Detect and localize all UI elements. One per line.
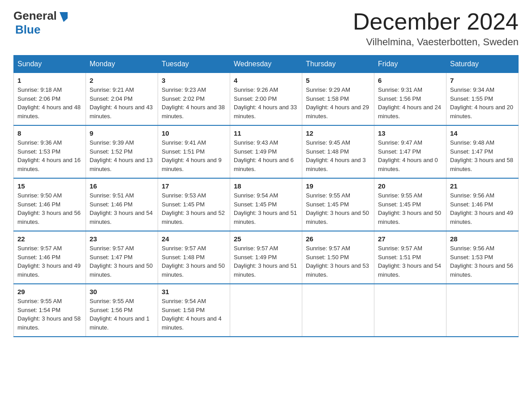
table-row: 15Sunrise: 9:50 AMSunset: 1:46 PMDayligh… — [14, 178, 86, 231]
table-row — [374, 284, 446, 337]
day-info: Sunrise: 9:56 AMSunset: 1:53 PMDaylight:… — [450, 245, 513, 278]
day-info: Sunrise: 9:57 AMSunset: 1:47 PMDaylight:… — [90, 245, 153, 278]
day-info: Sunrise: 9:41 AMSunset: 1:51 PMDaylight:… — [162, 139, 222, 172]
location: Vilhelmina, Vaesterbotten, Sweden — [353, 36, 519, 48]
table-row — [446, 284, 519, 337]
day-info: Sunrise: 9:57 AMSunset: 1:50 PMDaylight:… — [306, 245, 369, 278]
table-row — [230, 284, 302, 337]
day-info: Sunrise: 9:45 AMSunset: 1:48 PMDaylight:… — [306, 139, 366, 172]
day-info: Sunrise: 9:55 AMSunset: 1:54 PMDaylight:… — [17, 298, 81, 331]
day-number: 16 — [90, 182, 154, 190]
week-row-4: 22Sunrise: 9:57 AMSunset: 1:46 PMDayligh… — [14, 231, 519, 284]
header-thursday: Thursday — [302, 56, 374, 73]
day-number: 7 — [450, 77, 515, 84]
week-row-5: 29Sunrise: 9:55 AMSunset: 1:54 PMDayligh… — [14, 284, 519, 337]
day-number: 10 — [162, 129, 226, 137]
table-row: 31Sunrise: 9:54 AMSunset: 1:58 PMDayligh… — [158, 284, 230, 337]
day-number: 4 — [234, 77, 298, 84]
day-number: 25 — [234, 235, 298, 243]
table-row: 22Sunrise: 9:57 AMSunset: 1:46 PMDayligh… — [14, 231, 86, 284]
day-info: Sunrise: 9:18 AMSunset: 2:06 PMDaylight:… — [17, 86, 81, 120]
header-wednesday: Wednesday — [230, 56, 302, 73]
day-info: Sunrise: 9:51 AMSunset: 1:46 PMDaylight:… — [90, 192, 153, 225]
day-number: 21 — [450, 182, 515, 190]
day-number: 31 — [162, 288, 226, 295]
day-info: Sunrise: 9:55 AMSunset: 1:56 PMDaylight:… — [90, 298, 150, 331]
table-row: 28Sunrise: 9:56 AMSunset: 1:53 PMDayligh… — [446, 231, 519, 284]
day-info: Sunrise: 9:57 AMSunset: 1:46 PMDaylight:… — [17, 245, 81, 278]
table-row: 5Sunrise: 9:29 AMSunset: 1:58 PMDaylight… — [302, 73, 374, 126]
day-info: Sunrise: 9:57 AMSunset: 1:49 PMDaylight:… — [234, 245, 297, 278]
table-row: 6Sunrise: 9:31 AMSunset: 1:56 PMDaylight… — [374, 73, 446, 126]
day-number: 23 — [90, 235, 154, 243]
day-number: 2 — [90, 77, 154, 84]
table-row: 27Sunrise: 9:57 AMSunset: 1:51 PMDayligh… — [374, 231, 446, 284]
day-info: Sunrise: 9:47 AMSunset: 1:47 PMDaylight:… — [378, 139, 438, 172]
header-tuesday: Tuesday — [158, 56, 230, 73]
day-number: 28 — [450, 235, 515, 243]
weekday-header-row: SundayMondayTuesdayWednesdayThursdayFrid… — [14, 56, 519, 73]
week-row-3: 15Sunrise: 9:50 AMSunset: 1:46 PMDayligh… — [14, 178, 519, 231]
logo-blue-text: Blue — [15, 23, 40, 37]
table-row: 3Sunrise: 9:23 AMSunset: 2:02 PMDaylight… — [158, 73, 230, 126]
day-number: 19 — [306, 182, 370, 190]
table-row: 4Sunrise: 9:26 AMSunset: 2:00 PMDaylight… — [230, 73, 302, 126]
day-number: 14 — [450, 129, 515, 137]
day-info: Sunrise: 9:23 AMSunset: 2:02 PMDaylight:… — [162, 86, 225, 120]
svg-marker-0 — [60, 12, 68, 22]
day-number: 27 — [378, 235, 442, 243]
table-row: 24Sunrise: 9:57 AMSunset: 1:48 PMDayligh… — [158, 231, 230, 284]
table-row: 30Sunrise: 9:55 AMSunset: 1:56 PMDayligh… — [86, 284, 158, 337]
table-row: 21Sunrise: 9:56 AMSunset: 1:46 PMDayligh… — [446, 178, 519, 231]
day-number: 20 — [378, 182, 442, 190]
day-number: 5 — [306, 77, 370, 84]
table-row: 9Sunrise: 9:39 AMSunset: 1:52 PMDaylight… — [86, 125, 158, 178]
day-info: Sunrise: 9:48 AMSunset: 1:47 PMDaylight:… — [450, 139, 513, 172]
header-sunday: Sunday — [14, 56, 86, 73]
day-info: Sunrise: 9:43 AMSunset: 1:49 PMDaylight:… — [234, 139, 294, 172]
logo: General Blue — [13, 9, 70, 37]
day-info: Sunrise: 9:56 AMSunset: 1:46 PMDaylight:… — [450, 192, 513, 225]
table-row — [302, 284, 374, 337]
table-row: 16Sunrise: 9:51 AMSunset: 1:46 PMDayligh… — [86, 178, 158, 231]
week-row-2: 8Sunrise: 9:36 AMSunset: 1:53 PMDaylight… — [14, 125, 519, 178]
day-number: 12 — [306, 129, 370, 137]
day-info: Sunrise: 9:34 AMSunset: 1:55 PMDaylight:… — [450, 86, 513, 120]
day-number: 30 — [90, 288, 154, 295]
day-info: Sunrise: 9:57 AMSunset: 1:51 PMDaylight:… — [378, 245, 441, 278]
day-number: 17 — [162, 182, 226, 190]
day-info: Sunrise: 9:55 AMSunset: 1:45 PMDaylight:… — [378, 192, 441, 225]
day-info: Sunrise: 9:26 AMSunset: 2:00 PMDaylight:… — [234, 86, 297, 120]
header-friday: Friday — [374, 56, 446, 73]
day-number: 9 — [90, 129, 154, 137]
day-number: 8 — [17, 129, 82, 137]
week-row-1: 1Sunrise: 9:18 AMSunset: 2:06 PMDaylight… — [14, 73, 519, 126]
day-number: 1 — [17, 77, 82, 84]
day-number: 11 — [234, 129, 298, 137]
day-info: Sunrise: 9:54 AMSunset: 1:58 PMDaylight:… — [162, 298, 222, 331]
day-info: Sunrise: 9:54 AMSunset: 1:45 PMDaylight:… — [234, 192, 297, 225]
day-number: 26 — [306, 235, 370, 243]
header-monday: Monday — [86, 56, 158, 73]
table-row: 11Sunrise: 9:43 AMSunset: 1:49 PMDayligh… — [230, 125, 302, 178]
table-row: 1Sunrise: 9:18 AMSunset: 2:06 PMDaylight… — [14, 73, 86, 126]
table-row: 12Sunrise: 9:45 AMSunset: 1:48 PMDayligh… — [302, 125, 374, 178]
calendar-table: SundayMondayTuesdayWednesdayThursdayFrid… — [13, 55, 519, 337]
title-section: December 2024 Vilhelmina, Vaesterbotten,… — [353, 9, 519, 48]
table-row: 29Sunrise: 9:55 AMSunset: 1:54 PMDayligh… — [14, 284, 86, 337]
day-number: 18 — [234, 182, 298, 190]
table-row: 25Sunrise: 9:57 AMSunset: 1:49 PMDayligh… — [230, 231, 302, 284]
logo-general-text: General — [13, 9, 57, 23]
month-title: December 2024 — [353, 9, 519, 34]
day-info: Sunrise: 9:39 AMSunset: 1:52 PMDaylight:… — [90, 139, 153, 172]
table-row: 10Sunrise: 9:41 AMSunset: 1:51 PMDayligh… — [158, 125, 230, 178]
day-info: Sunrise: 9:29 AMSunset: 1:58 PMDaylight:… — [306, 86, 369, 120]
table-row: 7Sunrise: 9:34 AMSunset: 1:55 PMDaylight… — [446, 73, 519, 126]
day-number: 22 — [17, 235, 82, 243]
day-info: Sunrise: 9:55 AMSunset: 1:45 PMDaylight:… — [306, 192, 369, 225]
day-number: 13 — [378, 129, 442, 137]
day-info: Sunrise: 9:50 AMSunset: 1:46 PMDaylight:… — [17, 192, 81, 225]
table-row: 17Sunrise: 9:53 AMSunset: 1:45 PMDayligh… — [158, 178, 230, 231]
day-number: 6 — [378, 77, 442, 84]
logo-icon — [57, 9, 70, 23]
